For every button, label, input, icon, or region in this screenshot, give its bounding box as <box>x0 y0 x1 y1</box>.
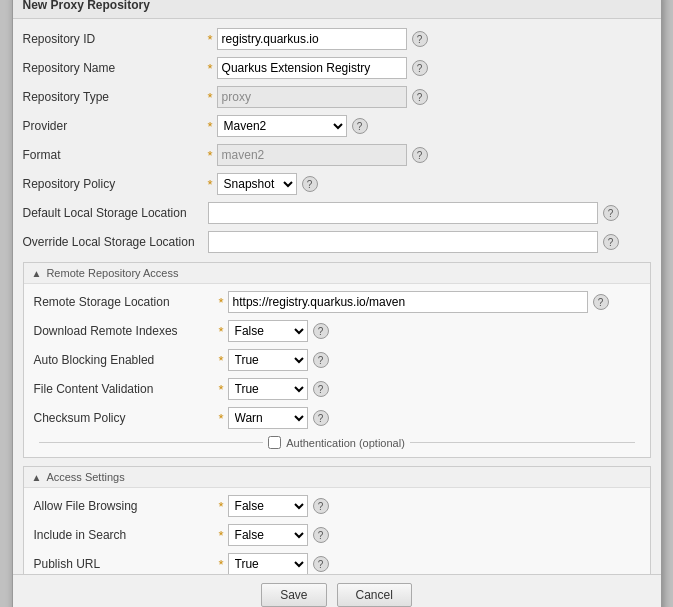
auth-label-text: Authentication (optional) <box>286 437 405 449</box>
format-input <box>217 144 407 166</box>
repository-policy-label: Repository Policy <box>23 177 208 191</box>
dialog-body: Repository ID * ? Repository Name * ? Re… <box>13 19 661 574</box>
repository-policy-select[interactable]: Snapshot Release Mixed <box>217 173 297 195</box>
file-validation-row: File Content Validation * True False ? <box>34 377 640 401</box>
auto-blocking-select[interactable]: True False <box>228 349 308 371</box>
auto-blocking-row: Auto Blocking Enabled * True False ? <box>34 348 640 372</box>
download-indexes-label: Download Remote Indexes <box>34 324 219 338</box>
include-search-label: Include in Search <box>34 528 219 542</box>
access-settings-title: Access Settings <box>46 471 124 483</box>
provider-row: Provider * Maven2 Maven1 ? <box>23 114 651 138</box>
dialog-container: New Proxy Repository Repository ID * ? R… <box>12 0 662 607</box>
format-label: Format <box>23 148 208 162</box>
repository-id-input[interactable] <box>217 28 407 50</box>
remote-storage-row: Remote Storage Location * ? <box>34 290 640 314</box>
auth-label: Authentication (optional) <box>268 436 405 449</box>
format-help-icon[interactable]: ? <box>412 147 428 163</box>
required-star-name: * <box>208 61 213 76</box>
remote-access-header: ▲ Remote Repository Access <box>24 263 650 284</box>
required-star-remote: * <box>219 295 224 310</box>
default-storage-control: ? <box>208 202 651 224</box>
repository-name-input[interactable] <box>217 57 407 79</box>
override-storage-help-icon[interactable]: ? <box>603 234 619 250</box>
file-validation-select[interactable]: True False <box>228 378 308 400</box>
repository-id-control: * ? <box>208 28 651 50</box>
auto-blocking-label: Auto Blocking Enabled <box>34 353 219 367</box>
file-browsing-row: Allow File Browsing * False True ? <box>34 494 640 518</box>
access-settings-body: Allow File Browsing * False True ? Inclu… <box>24 488 650 574</box>
checksum-policy-control: * Warn Strict Ignore ? <box>219 407 640 429</box>
file-browsing-help-icon[interactable]: ? <box>313 498 329 514</box>
checksum-policy-label: Checksum Policy <box>34 411 219 425</box>
provider-control: * Maven2 Maven1 ? <box>208 115 651 137</box>
cancel-button[interactable]: Cancel <box>337 583 412 607</box>
repository-policy-row: Repository Policy * Snapshot Release Mix… <box>23 172 651 196</box>
provider-label: Provider <box>23 119 208 133</box>
auth-checkbox[interactable] <box>268 436 281 449</box>
publish-url-select[interactable]: True False <box>228 553 308 574</box>
repository-id-help-icon[interactable]: ? <box>412 31 428 47</box>
file-validation-control: * True False ? <box>219 378 640 400</box>
repository-id-row: Repository ID * ? <box>23 27 651 51</box>
required-star-file: * <box>219 382 224 397</box>
auth-line-left <box>39 442 264 443</box>
required-star-auto: * <box>219 353 224 368</box>
repository-name-help-icon[interactable]: ? <box>412 60 428 76</box>
checksum-policy-help-icon[interactable]: ? <box>313 410 329 426</box>
required-star-policy: * <box>208 177 213 192</box>
repository-type-input <box>217 86 407 108</box>
file-validation-help-icon[interactable]: ? <box>313 381 329 397</box>
remote-access-body: Remote Storage Location * ? Download Rem… <box>24 284 650 457</box>
publish-url-label: Publish URL <box>34 557 219 571</box>
provider-help-icon[interactable]: ? <box>352 118 368 134</box>
access-settings-collapse-icon[interactable]: ▲ <box>32 472 42 483</box>
file-browsing-control: * False True ? <box>219 495 640 517</box>
remote-access-panel: ▲ Remote Repository Access Remote Storag… <box>23 262 651 458</box>
repository-name-row: Repository Name * ? <box>23 56 651 80</box>
required-star: * <box>208 32 213 47</box>
download-indexes-control: * False True ? <box>219 320 640 342</box>
include-search-row: Include in Search * False True ? <box>34 523 640 547</box>
auto-blocking-help-icon[interactable]: ? <box>313 352 329 368</box>
include-search-control: * False True ? <box>219 524 640 546</box>
remote-storage-input[interactable] <box>228 291 588 313</box>
download-indexes-help-icon[interactable]: ? <box>313 323 329 339</box>
required-star-provider: * <box>208 119 213 134</box>
repository-name-control: * ? <box>208 57 651 79</box>
override-storage-row: Override Local Storage Location ? <box>23 230 651 254</box>
required-star-browsing: * <box>219 499 224 514</box>
default-storage-row: Default Local Storage Location ? <box>23 201 651 225</box>
dialog-footer: Save Cancel <box>13 574 661 607</box>
auth-line-right <box>410 442 635 443</box>
default-storage-help-icon[interactable]: ? <box>603 205 619 221</box>
checksum-policy-select[interactable]: Warn Strict Ignore <box>228 407 308 429</box>
required-star-publish: * <box>219 557 224 572</box>
access-settings-panel: ▲ Access Settings Allow File Browsing * … <box>23 466 651 574</box>
download-indexes-select[interactable]: False True <box>228 320 308 342</box>
provider-select[interactable]: Maven2 Maven1 <box>217 115 347 137</box>
override-storage-control: ? <box>208 231 651 253</box>
file-browsing-select[interactable]: False True <box>228 495 308 517</box>
required-star-type: * <box>208 90 213 105</box>
format-control: * ? <box>208 144 651 166</box>
repository-type-control: * ? <box>208 86 651 108</box>
remote-access-collapse-icon[interactable]: ▲ <box>32 268 42 279</box>
download-indexes-row: Download Remote Indexes * False True ? <box>34 319 640 343</box>
include-search-select[interactable]: False True <box>228 524 308 546</box>
publish-url-control: * True False ? <box>219 553 640 574</box>
repository-type-row: Repository Type * ? <box>23 85 651 109</box>
remote-storage-control: * ? <box>219 291 640 313</box>
publish-url-help-icon[interactable]: ? <box>313 556 329 572</box>
repository-type-help-icon[interactable]: ? <box>412 89 428 105</box>
file-browsing-label: Allow File Browsing <box>34 499 219 513</box>
required-star-format: * <box>208 148 213 163</box>
include-search-help-icon[interactable]: ? <box>313 527 329 543</box>
override-storage-input[interactable] <box>208 231 598 253</box>
repository-name-label: Repository Name <box>23 61 208 75</box>
file-validation-label: File Content Validation <box>34 382 219 396</box>
save-button[interactable]: Save <box>261 583 326 607</box>
default-storage-input[interactable] <box>208 202 598 224</box>
remote-storage-help-icon[interactable]: ? <box>593 294 609 310</box>
repository-policy-help-icon[interactable]: ? <box>302 176 318 192</box>
required-star-search: * <box>219 528 224 543</box>
